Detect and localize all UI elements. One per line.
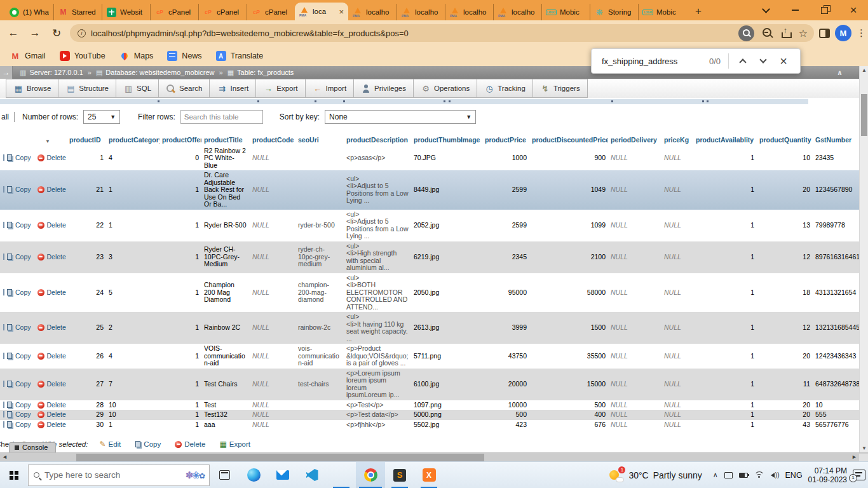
bookmark-youtube[interactable]: YouTube xyxy=(60,51,105,61)
window-minimize-button[interactable] xyxy=(780,0,810,20)
wifi-icon[interactable] xyxy=(754,471,764,478)
bookmark-translate[interactable]: ATranslate xyxy=(216,51,264,61)
table-row[interactable]: CopyDelete140R2 Rainbow 2 PC White-BlueN… xyxy=(0,146,859,171)
vertical-scrollbar[interactable]: ▲ ▼ xyxy=(859,66,868,452)
row-delete-link[interactable]: Delete xyxy=(47,186,66,193)
find-query-input[interactable]: fx_shipping_address xyxy=(602,57,709,66)
share-icon[interactable] xyxy=(781,28,791,38)
reload-button[interactable]: ↻ xyxy=(48,27,65,40)
browser-tab[interactable]: localho xyxy=(348,4,397,20)
row-copy-link[interactable]: Copy xyxy=(15,410,31,418)
pma-tab-export[interactable]: Export xyxy=(256,79,305,98)
column-header-productTitle[interactable]: productTitle xyxy=(201,135,250,146)
column-header-productAvailablity[interactable]: productAvailablity xyxy=(693,135,757,146)
row-delete-link[interactable]: Delete xyxy=(47,352,66,360)
new-tab-button[interactable]: + xyxy=(686,5,710,20)
browser-tab[interactable]: MStarred xyxy=(53,4,102,20)
column-header-productPrice[interactable]: productPrice xyxy=(482,135,529,146)
taskbar-app-xampp[interactable]: X xyxy=(414,462,444,488)
tray-expand-icon[interactable]: ∧ xyxy=(713,471,718,479)
column-options-header[interactable]: ▼ xyxy=(0,135,67,146)
breadcrumb-database[interactable]: Database: websitedemo_mobicrew xyxy=(105,69,214,76)
row-copy-link[interactable]: Copy xyxy=(15,352,31,360)
bookmark-maps[interactable]: Maps xyxy=(119,51,154,61)
row-delete-link[interactable]: Delete xyxy=(47,410,66,418)
row-copy-link[interactable]: Copy xyxy=(15,401,31,409)
browser-tab[interactable]: cPcPanel xyxy=(247,4,295,20)
bookmark-news[interactable]: News xyxy=(167,51,201,61)
row-delete-link[interactable]: Delete xyxy=(47,421,66,428)
bookmark-gmail[interactable]: MGmail xyxy=(10,51,46,61)
vertical-scroll-thumb[interactable] xyxy=(861,94,867,136)
site-info-icon[interactable]: i xyxy=(78,29,86,37)
console-tab[interactable]: Console xyxy=(9,442,56,452)
rows-per-page-select[interactable]: 25▼ xyxy=(83,110,120,124)
table-row[interactable]: CopyDelete28101TestNULL<p>Test</p>1097.p… xyxy=(0,400,859,410)
back-button[interactable]: ← xyxy=(5,27,22,39)
task-view-button[interactable] xyxy=(210,462,239,488)
row-copy-link[interactable]: Copy xyxy=(15,380,31,388)
row-delete-link[interactable]: Delete xyxy=(47,323,66,331)
find-previous-button[interactable] xyxy=(733,51,753,71)
scroll-right-arrow-icon[interactable]: ► xyxy=(851,454,857,460)
pma-tab-triggers[interactable]: Triggers xyxy=(533,79,588,98)
row-copy-link[interactable]: Copy xyxy=(15,221,31,229)
column-header-productCategory[interactable]: productCategory xyxy=(106,135,159,146)
scroll-up-arrow-icon[interactable]: ▲ xyxy=(860,67,868,73)
browser-tab[interactable]: localho xyxy=(445,4,493,20)
row-copy-link[interactable]: Copy xyxy=(15,186,31,193)
pma-tab-sql[interactable]: SQL xyxy=(116,79,159,98)
browser-tab[interactable]: (1) Wha xyxy=(5,4,53,20)
tray-device-icon[interactable] xyxy=(724,472,733,478)
volume-icon[interactable]: )) xyxy=(771,471,780,478)
browser-tab[interactable]: Mobic xyxy=(638,4,686,20)
column-header-GstNumber[interactable]: GstNumber xyxy=(813,135,859,146)
battery-icon[interactable] xyxy=(739,473,748,478)
sort-by-key-select[interactable]: None▼ xyxy=(325,110,476,124)
column-header-productCode[interactable]: productCode xyxy=(250,135,295,146)
taskbar-app-sublime[interactable]: S xyxy=(385,462,414,488)
scroll-left-arrow-icon[interactable]: ◄ xyxy=(2,454,8,460)
start-button[interactable] xyxy=(0,462,28,488)
horizontal-scroll-thumb[interactable] xyxy=(76,454,484,461)
browser-tab[interactable]: Mobic xyxy=(541,4,590,20)
table-row[interactable]: CopyDelete2331Ryder CH-10PC-Grey-MediumN… xyxy=(0,241,859,273)
row-copy-link[interactable]: Copy xyxy=(15,421,31,428)
pma-tab-operations[interactable]: Operations xyxy=(414,79,477,98)
row-copy-link[interactable]: Copy xyxy=(15,154,31,161)
column-header-productOffer[interactable]: productOffer xyxy=(159,135,201,146)
table-row[interactable]: CopyDelete2211Ryder BR-500NULLryder-br-5… xyxy=(0,210,859,241)
selected-delete-button[interactable]: Delete xyxy=(175,440,205,448)
profile-avatar[interactable]: M xyxy=(835,25,851,41)
table-row[interactable]: CopyDelete2111Dr. Care Adjustable Back R… xyxy=(0,170,859,210)
pma-tab-tracking[interactable]: Tracking xyxy=(477,79,533,98)
browser-tab[interactable]: cPcPanel xyxy=(150,4,198,20)
taskbar-clock[interactable]: 07:14 PM 01-09-2023 xyxy=(808,466,847,484)
taskbar-app-explorer[interactable] xyxy=(327,462,356,488)
bookmark-star-icon[interactable]: ☆ xyxy=(799,27,808,39)
pma-tab-insert[interactable]: Insert xyxy=(210,79,256,98)
scroll-down-arrow-icon[interactable]: ▼ xyxy=(860,445,868,451)
nav-panel-toggle-icon[interactable]: → xyxy=(0,66,13,79)
pma-tab-privileges[interactable]: Privileges xyxy=(354,79,414,98)
address-bar[interactable]: i localhost/phpmyadmin/sql.php?db=websit… xyxy=(70,24,814,42)
pma-tab-search[interactable]: Search xyxy=(159,79,210,98)
tab-close-icon[interactable]: × xyxy=(339,7,344,17)
weather-widget[interactable]: 1 30°C Partly sunny xyxy=(609,468,702,482)
row-delete-link[interactable]: Delete xyxy=(47,154,66,161)
taskbar-app-edge[interactable] xyxy=(239,462,268,488)
browser-tab[interactable]: Websit xyxy=(102,4,150,20)
row-delete-link[interactable]: Delete xyxy=(47,221,66,229)
taskbar-search-box[interactable]: Type here to search ✽❀✿ xyxy=(28,464,210,486)
taskbar-app-mail[interactable] xyxy=(268,462,297,488)
selected-copy-button[interactable]: Copy xyxy=(135,440,161,448)
tab-search-chevron-icon[interactable] xyxy=(751,0,780,20)
table-row[interactable]: CopyDelete2641VOIS-communication-aidNULL… xyxy=(0,344,859,369)
zoom-out-icon[interactable] xyxy=(762,27,773,39)
browser-tab[interactable]: cPcPanel xyxy=(198,4,247,20)
table-row[interactable]: CopyDelete2771Test ChairsNULLtest-chairs… xyxy=(0,369,859,400)
selected-edit-button[interactable]: ✎Edit xyxy=(99,440,121,449)
language-indicator[interactable]: ENG xyxy=(785,471,803,480)
column-options-caret-icon[interactable]: ▼ xyxy=(45,138,50,146)
column-header-productDiscountedPrice[interactable]: productDiscountedPrice xyxy=(529,135,608,146)
